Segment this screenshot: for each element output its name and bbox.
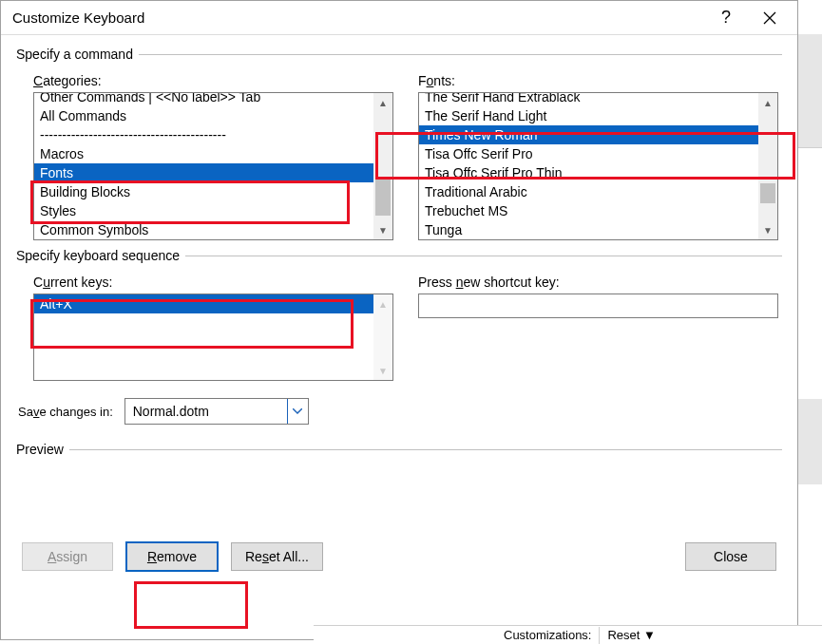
fonts-list-item[interactable]: Tisa Offc Serif Pro Thin: [419, 163, 777, 182]
dialog-title: Customize Keyboard: [12, 9, 704, 26]
categories-label: Categories:: [33, 73, 393, 88]
titlebar: Customize Keyboard ?: [1, 1, 797, 35]
scrollbar[interactable]: ▲ ▼: [758, 93, 777, 239]
fonts-listbox[interactable]: The Serif Hand ExtrablackThe Serif Hand …: [418, 92, 778, 240]
fonts-list-item[interactable]: The Serif Hand Light: [419, 106, 777, 125]
scroll-down-icon[interactable]: ▼: [373, 220, 392, 239]
categories-list-item[interactable]: Common Symbols: [34, 220, 392, 239]
close-icon: [763, 11, 776, 25]
background-strip: [798, 399, 822, 484]
categories-list-item[interactable]: Building Blocks: [34, 182, 392, 201]
scroll-thumb[interactable]: [375, 177, 391, 216]
save-changes-select[interactable]: Normal.dotm: [124, 398, 309, 425]
customize-keyboard-dialog: Customize Keyboard ? Specify a command C…: [0, 0, 798, 640]
specify-sequence-legend: Specify keyboard sequence: [16, 248, 185, 263]
fonts-list-item[interactable]: Traditional Arabic: [419, 182, 777, 201]
background-strip: [798, 34, 822, 148]
specify-command-legend: Specify a command: [16, 47, 139, 62]
current-keys-label: Current keys:: [33, 275, 393, 290]
scroll-thumb[interactable]: [760, 183, 775, 203]
close-button[interactable]: Close: [685, 542, 776, 571]
scroll-up-icon[interactable]: ▲: [373, 93, 392, 112]
fonts-list-item[interactable]: Tunga: [419, 220, 777, 239]
scroll-up-icon: ▲: [373, 294, 392, 313]
specify-command-group: Specify a command Categories: Other Comm…: [16, 47, 782, 240]
preview-group: Preview: [16, 442, 782, 508]
assign-button: Assign: [22, 542, 113, 571]
chevron-down-icon[interactable]: [287, 399, 308, 424]
scroll-down-icon[interactable]: ▼: [758, 220, 777, 239]
fonts-list-item[interactable]: Times New Roman: [419, 125, 777, 144]
categories-list-item[interactable]: Other Commands | <<No label>> Tab: [34, 92, 392, 106]
scroll-up-icon[interactable]: ▲: [758, 93, 777, 112]
fonts-label: Fonts:: [418, 73, 778, 88]
fonts-list-item[interactable]: The Serif Hand Extrablack: [419, 92, 777, 106]
categories-listbox[interactable]: Other Commands | <<No label>> TabAll Com…: [33, 92, 393, 240]
save-changes-value: Normal.dotm: [125, 404, 287, 419]
new-shortcut-input[interactable]: [418, 294, 778, 318]
save-changes-label: Save changes in:: [18, 405, 113, 419]
preview-legend: Preview: [16, 442, 69, 457]
reset-all-button[interactable]: Reset All...: [231, 542, 323, 571]
scrollbar[interactable]: ▲ ▼: [373, 294, 392, 380]
ribbon-footer-peek: Customizations: Reset ▼: [314, 625, 822, 644]
fonts-list-item[interactable]: Tisa Offc Serif Pro: [419, 144, 777, 163]
remove-button[interactable]: Remove: [126, 542, 218, 571]
reset-dropdown[interactable]: Reset ▼: [607, 628, 655, 642]
specify-sequence-group: Specify keyboard sequence Current keys: …: [16, 248, 782, 434]
new-shortcut-label: Press new shortcut key:: [418, 275, 778, 290]
categories-list-item[interactable]: ----------------------------------------…: [34, 125, 392, 144]
customizations-label: Customizations:: [504, 628, 591, 642]
currentkeys-list-item[interactable]: Alt+X: [34, 294, 373, 313]
categories-list-item[interactable]: Styles: [34, 201, 392, 220]
scrollbar[interactable]: ▲ ▼: [373, 93, 392, 239]
categories-list-item[interactable]: Fonts: [34, 163, 392, 182]
categories-list-item[interactable]: Macros: [34, 144, 392, 163]
help-button[interactable]: ?: [704, 4, 748, 32]
close-window-button[interactable]: [748, 4, 792, 32]
categories-list-item[interactable]: All Commands: [34, 106, 392, 125]
dialog-buttons: Assign Remove Reset All... Close: [16, 516, 782, 571]
current-keys-listbox[interactable]: Alt+X ▲ ▼: [33, 294, 393, 381]
scroll-down-icon: ▼: [373, 361, 392, 380]
fonts-list-item[interactable]: Trebuchet MS: [419, 201, 777, 220]
